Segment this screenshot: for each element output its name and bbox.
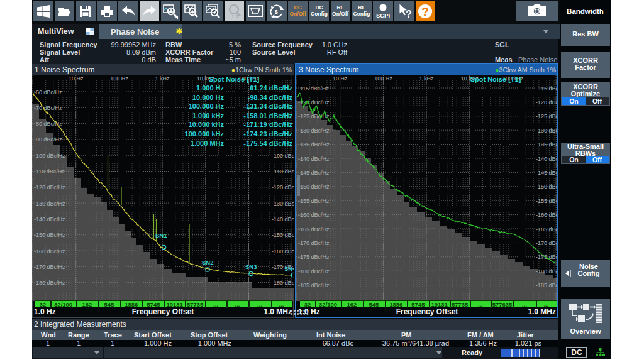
svg-text:-150 dBc/Hz: -150 dBc/Hz xyxy=(298,184,330,190)
svg-text:SCPI: SCPI xyxy=(376,12,390,19)
svg-text:-130 dBc: -130 dBc xyxy=(272,200,294,207)
svg-text:-98.34 dBc/Hz: -98.34 dBc/Hz xyxy=(247,94,292,101)
svg-text:1 kHz: 1 kHz xyxy=(419,75,435,82)
svg-text:-160 dBc/Hz: -160 dBc/Hz xyxy=(298,212,330,218)
svg-text:-170 dBc: -170 dBc xyxy=(536,240,558,246)
svg-text:-155 dBc: -155 dBc xyxy=(536,198,558,204)
svg-text:-160 dBc: -160 dBc xyxy=(536,212,558,218)
svg-text:-60 dBc/Hz: -60 dBc/Hz xyxy=(34,89,62,96)
svg-text:10.000 Hz: 10.000 Hz xyxy=(192,94,225,101)
svg-text:-180 dBc: -180 dBc xyxy=(272,280,294,286)
svg-text:-100 dBc/Hz: -100 dBc/Hz xyxy=(34,153,65,159)
svg-text:-125 dBc: -125 dBc xyxy=(536,113,558,119)
svg-text:-175 dBc/Hz: -175 dBc/Hz xyxy=(298,254,330,260)
svg-text:s: s xyxy=(274,8,278,15)
svg-text:10 Hz: 10 Hz xyxy=(333,75,348,82)
svg-text:SN2: SN2 xyxy=(202,259,213,266)
svg-text:-155 dBc/Hz: -155 dBc/Hz xyxy=(298,198,330,204)
svg-text:-175.54 dBc/Hz: -175.54 dBc/Hz xyxy=(243,140,292,147)
svg-text:-125 dBc/Hz: -125 dBc/Hz xyxy=(298,113,330,119)
svg-text:-170 dBc/Hz: -170 dBc/Hz xyxy=(298,240,330,246)
svg-text:-180 dBc/Hz: -180 dBc/Hz xyxy=(34,280,65,286)
svg-text:-150 dBc: -150 dBc xyxy=(536,184,558,190)
svg-text:10.000 kHz: 10.000 kHz xyxy=(189,121,225,128)
svg-text:-170 dBc/Hz: -170 dBc/Hz xyxy=(34,264,65,270)
svg-text:-140 dBc/Hz: -140 dBc/Hz xyxy=(298,156,330,162)
svg-text:-140 dBc/Hz: -140 dBc/Hz xyxy=(34,216,65,222)
svg-text:-130 dBc: -130 dBc xyxy=(536,128,558,134)
svg-text:100 Hz: 100 Hz xyxy=(374,75,392,82)
svg-text:-175 dBc: -175 dBc xyxy=(536,254,558,260)
svg-text:-61.24 dBc/Hz: -61.24 dBc/Hz xyxy=(247,84,292,92)
svg-text:?: ? xyxy=(421,5,429,18)
svg-text:Spot Noise [T1]: Spot Noise [T1] xyxy=(209,75,260,83)
svg-text:-160 dBc/Hz: -160 dBc/Hz xyxy=(34,248,65,255)
svg-text:-185 dBc: -185 dBc xyxy=(536,282,558,288)
svg-text:-80 dBc/Hz: -80 dBc/Hz xyxy=(34,121,62,127)
svg-text:-110 dBc: -110 dBc xyxy=(272,168,294,175)
svg-text:-174.23 dBc/Hz: -174.23 dBc/Hz xyxy=(243,130,292,138)
svg-text:1.000 Hz: 1.000 Hz xyxy=(196,84,225,92)
svg-text:-115 dBc: -115 dBc xyxy=(536,85,558,92)
svg-text:-100 dBc: -100 dBc xyxy=(272,153,294,159)
svg-text:SN1: SN1 xyxy=(155,232,167,239)
svg-text:1.000 MHz: 1.000 MHz xyxy=(191,140,225,147)
svg-text:-171.19 dBc/Hz: -171.19 dBc/Hz xyxy=(243,121,292,128)
svg-text:-120 dBc/Hz: -120 dBc/Hz xyxy=(34,184,65,190)
svg-text:-145 dBc: -145 dBc xyxy=(536,170,558,176)
svg-text:SN3: SN3 xyxy=(245,263,257,270)
svg-text:-70 dBc/Hz: -70 dBc/Hz xyxy=(34,105,62,111)
svg-text:-110 dBc/Hz: -110 dBc/Hz xyxy=(34,168,65,175)
svg-text:?: ? xyxy=(406,9,412,19)
svg-text:100.000 kHz: 100.000 kHz xyxy=(185,130,225,138)
svg-text:-140 dBc: -140 dBc xyxy=(272,216,294,222)
svg-text:100 Hz: 100 Hz xyxy=(110,75,128,82)
svg-text:1:1: 1:1 xyxy=(231,14,239,19)
svg-text:-90 dBc/Hz: -90 dBc/Hz xyxy=(34,136,62,143)
svg-text:-130 dBc/Hz: -130 dBc/Hz xyxy=(298,128,330,134)
svg-text:-135 dBc/Hz: -135 dBc/Hz xyxy=(298,141,330,148)
svg-text:10 Hz: 10 Hz xyxy=(69,75,84,82)
svg-text:-120 dBc: -120 dBc xyxy=(536,99,558,106)
svg-text:100.000 Hz: 100.000 Hz xyxy=(189,102,225,110)
svg-text:-130 dBc/Hz: -130 dBc/Hz xyxy=(34,200,65,207)
svg-text:-180 dBc/Hz: -180 dBc/Hz xyxy=(298,268,330,275)
svg-text:-150 dBc/Hz: -150 dBc/Hz xyxy=(34,232,65,238)
svg-text:-140 dBc: -140 dBc xyxy=(536,156,558,162)
svg-text:-120 dBc: -120 dBc xyxy=(272,184,294,190)
svg-text:-160 dBc: -160 dBc xyxy=(272,248,294,255)
svg-text:-135 dBc: -135 dBc xyxy=(536,141,558,148)
svg-text:-115 dBc/Hz: -115 dBc/Hz xyxy=(298,85,329,92)
svg-text:-150 dBc: -150 dBc xyxy=(272,232,294,238)
svg-text:-165 dBc: -165 dBc xyxy=(536,226,558,233)
svg-text:-165 dBc/Hz: -165 dBc/Hz xyxy=(298,226,330,233)
svg-text:-158.01 dBc/Hz: -158.01 dBc/Hz xyxy=(243,112,292,119)
svg-text:1 kHz: 1 kHz xyxy=(155,75,170,82)
svg-text:1.000 kHz: 1.000 kHz xyxy=(192,112,225,119)
svg-text:-185 dBc/Hz: -185 dBc/Hz xyxy=(298,282,330,288)
svg-text:Spot Noise [T1]: Spot Noise [T1] xyxy=(470,75,521,83)
svg-text:SN4: SN4 xyxy=(284,265,294,272)
svg-text:-145 dBc/Hz: -145 dBc/Hz xyxy=(298,170,330,176)
svg-text:-131.34 dBc/Hz: -131.34 dBc/Hz xyxy=(243,102,292,110)
svg-text:-180 dBc: -180 dBc xyxy=(536,268,558,275)
